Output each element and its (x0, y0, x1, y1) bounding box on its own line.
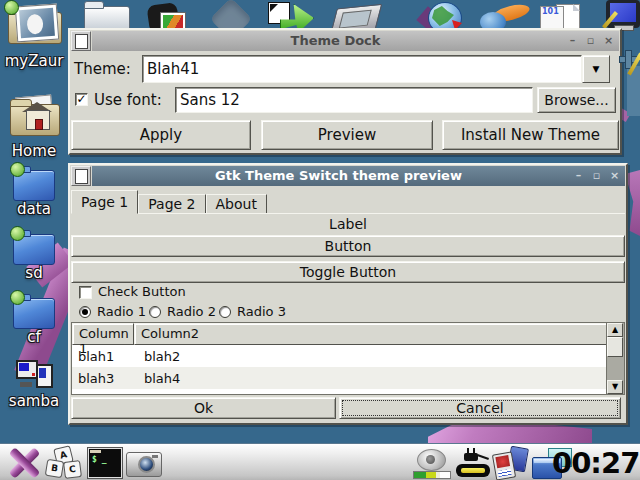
browse-button[interactable]: Browse... (537, 87, 616, 113)
panel-divider (71, 213, 625, 214)
use-font-checkbox[interactable]: ✓ (75, 93, 88, 106)
tab-about[interactable]: About (206, 194, 267, 214)
document-badge-text: 101 (542, 8, 559, 16)
list-item[interactable]: blah3 blah4 (72, 367, 607, 389)
taskbar: 00:27 (0, 443, 640, 480)
desktop-icon-label-data[interactable]: data (0, 200, 68, 218)
volume-level-bar (413, 471, 451, 479)
minimize-icon[interactable]: – (572, 169, 585, 182)
preview-list: Column 1 Column2 blah1 blah2 blah3 blah4… (71, 322, 625, 395)
titlebar-row: Theme Dock – ▫ × (71, 31, 619, 51)
titlebar-row: Gtk Theme Switch theme preview – ▫ × (71, 166, 625, 186)
checkmark-icon: ✓ (76, 92, 86, 106)
monitor-art (36, 364, 53, 388)
speaker-art (417, 449, 446, 471)
titlebar[interactable]: Theme Dock – ▫ × (92, 31, 619, 51)
check-button-label[interactable]: Check Button (98, 284, 186, 300)
green-ball-art (10, 290, 25, 305)
sd-folder-icon[interactable] (13, 234, 55, 265)
cell: blah3 (72, 371, 138, 386)
radio-2-label[interactable]: Radio 2 (167, 304, 216, 320)
radio-1[interactable] (79, 306, 91, 318)
camera-icon[interactable] (126, 452, 162, 477)
desktop-icon-label-sd[interactable]: sd (0, 264, 68, 282)
key-b-art (45, 459, 64, 478)
cancel-button[interactable]: Cancel (339, 397, 621, 419)
gtk-preview-window: Gtk Theme Switch theme preview – ▫ × Pag… (68, 163, 628, 425)
window-menu-icon[interactable] (71, 31, 91, 51)
theme-dock-window: Theme Dock – ▫ × Theme: ▼ ✓ Use font: Br… (68, 28, 622, 155)
theme-combo: ▼ (142, 55, 610, 83)
terminal-icon[interactable] (88, 448, 122, 478)
green-ball-art (10, 162, 25, 177)
monitor-pen-icon[interactable] (606, 0, 640, 28)
radio-3-label[interactable]: Radio 3 (237, 304, 286, 320)
scrollbar-thumb[interactable] (607, 337, 623, 357)
maximize-icon[interactable]: ▫ (590, 169, 603, 182)
window-title: Theme Dock (112, 31, 559, 51)
column-1-header[interactable]: Column 1 (72, 323, 134, 345)
desktop-icon-label-home[interactable]: Home (0, 142, 68, 160)
memory-cards-icon[interactable] (494, 447, 528, 478)
close-icon[interactable]: × (608, 169, 621, 182)
stand-art (20, 382, 32, 387)
list-header-row: Column 1 Column2 (72, 323, 624, 345)
install-new-theme-button[interactable]: Install New Theme (442, 120, 619, 150)
theme-input[interactable] (142, 55, 582, 83)
scroll-up-icon[interactable]: ▲ (607, 323, 623, 337)
photo-folder-icon[interactable] (6, 2, 64, 46)
ok-button[interactable]: Ok (71, 397, 336, 419)
list-item[interactable]: blah1 blah2 (72, 345, 607, 367)
card-art (492, 451, 516, 480)
list-scrollbar[interactable]: ▲ ▼ (606, 323, 624, 394)
house-door-art (35, 119, 43, 130)
window-menu-icon[interactable] (71, 166, 91, 186)
font-input[interactable] (175, 87, 533, 113)
plug-body-art (464, 453, 478, 461)
battery-level-bar (456, 464, 490, 477)
titlebar[interactable]: Gtk Theme Switch theme preview – ▫ × (92, 166, 625, 186)
cell: blah2 (138, 349, 180, 364)
cf-folder-icon[interactable] (13, 298, 55, 329)
page-icon (75, 169, 88, 184)
theme-label: Theme: (74, 55, 131, 83)
close-icon[interactable]: × (602, 34, 615, 47)
tab-page-2[interactable]: Page 2 (138, 194, 205, 214)
desktop-icon-label-samba[interactable]: samba (0, 392, 68, 410)
minimize-icon[interactable]: – (566, 34, 579, 47)
key-c-art (63, 460, 82, 479)
radio-3[interactable] (219, 306, 231, 318)
green-ball-art (10, 226, 25, 241)
keyboard-abc-icon[interactable] (46, 447, 84, 478)
data-folder-icon[interactable] (13, 170, 55, 201)
network-computers-icon[interactable] (16, 358, 54, 394)
radio-1-label[interactable]: Radio 1 (97, 304, 146, 320)
desktop-icon-label-cf[interactable]: cf (0, 328, 68, 346)
volume-icon[interactable] (412, 449, 450, 477)
scroll-down-icon[interactable]: ▼ (607, 380, 623, 394)
home-folder-icon[interactable] (10, 94, 60, 140)
window-title: Gtk Theme Switch theme preview (112, 166, 565, 186)
desktop: 101 myZaur Home data sd cf samba (0, 0, 640, 480)
monitor-art (16, 360, 38, 379)
preview-toggle-button[interactable]: Toggle Button (71, 261, 625, 283)
desktop-icon-label-myzaur[interactable]: myZaur (0, 52, 68, 70)
radio-2[interactable] (149, 306, 161, 318)
chevron-down-icon[interactable]: ▼ (582, 55, 610, 83)
preview-check-button[interactable] (79, 286, 92, 299)
maximize-icon[interactable]: ▫ (584, 34, 597, 47)
preview-label: Label (70, 216, 626, 232)
tab-page-1[interactable]: Page 1 (71, 190, 138, 214)
use-font-label[interactable]: Use font: (94, 87, 162, 113)
tab-bar: Page 1 Page 2 About (71, 190, 267, 214)
preview-button[interactable]: Preview (261, 120, 433, 150)
apply-button[interactable]: Apply (71, 120, 251, 150)
plug-cord-art (477, 454, 489, 460)
cell: blah4 (138, 371, 180, 386)
column-2-header[interactable]: Column2 (134, 323, 607, 345)
page-icon (75, 34, 88, 49)
green-ball-art (4, 0, 19, 15)
power-icon[interactable] (455, 448, 491, 478)
x-window-icon[interactable] (8, 447, 40, 477)
preview-button-widget[interactable]: Button (71, 235, 625, 257)
